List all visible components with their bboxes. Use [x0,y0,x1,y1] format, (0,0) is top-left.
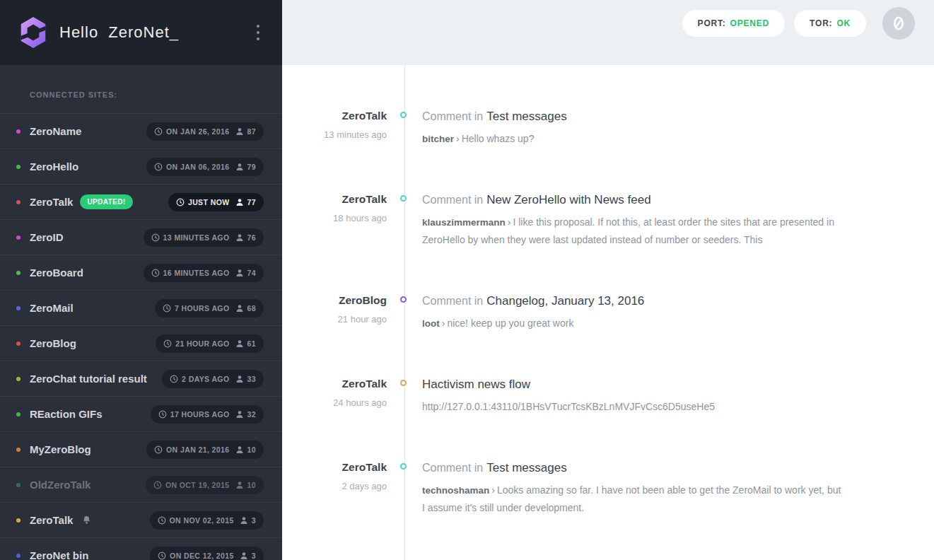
app-title: Hello ZeroNet_ [59,23,179,42]
connected-sites-heading: CONNECTED SITES: [30,91,265,99]
user-avatar-button[interactable] [882,7,915,40]
site-info-badge: ON OCT 19, 2015 10 [146,476,264,494]
site-link[interactable]: ZeroNet bin [30,549,88,560]
comment-text: nice! keep up you great work [447,317,573,329]
site-link[interactable]: ZeroTalk [30,196,73,208]
feed-item-time: 21 hour ago [282,314,387,325]
feed-topic-link[interactable]: Changelog, January 13, 2016 [486,294,644,308]
peers-icon [240,516,248,525]
site-link[interactable]: ZeroID [30,231,64,243]
port-status-pill[interactable]: PORT: OPENED [682,10,785,37]
clock-icon [170,375,178,383]
site-updated-time: 13 MINUTES AGO [163,233,230,242]
updated-badge: UPDATED! [80,194,132,209]
sidebar-site-row[interactable]: ZeroName ON JAN 26, 2016 87 [0,113,282,148]
peers-icon [235,127,244,136]
site-link[interactable]: ZeroTalk [30,514,73,526]
site-status-dot [16,448,21,452]
sidebar-site-row[interactable]: ZeroBlog 21 HOUR AGO 61 [0,325,282,361]
site-updated-time: 21 HOUR AGO [175,339,229,348]
sidebar-site-row[interactable]: ZeroTalk UPDATED! JUST NOW 77 [0,184,282,219]
site-status-dot [16,235,21,240]
peers-icon [235,410,244,419]
feed-topic-link[interactable]: New ZeroHello with News feed [486,193,650,206]
feed-site-link[interactable]: ZeroTalk [282,461,387,474]
feed-marker-icon [400,296,407,303]
sidebar-site-row[interactable]: ZeroTalk ON NOV 02, 2015 3 [0,502,282,537]
clock-icon [154,127,163,136]
feed-topic-link[interactable]: Hactivism news flow [422,378,530,391]
feed-site-link[interactable]: ZeroTalk [282,378,387,390]
site-status-dot [16,342,21,346]
clock-icon [176,198,185,206]
site-status-dot [16,200,21,204]
site-updated-time: 7 HOURS AGO [175,304,230,313]
feed-topic-link[interactable]: Test messages [486,461,566,474]
site-peer-count: 77 [247,198,256,206]
comment-text: Hello whazs up? [462,133,535,144]
feed-item-time: 13 minutes ago [282,129,387,140]
site-status-dot [16,377,21,381]
sidebar-header: Hello ZeroNet_ [0,0,282,65]
feed-action-prefix: Comment in [422,462,483,474]
site-link[interactable]: ZeroBlog [30,337,76,349]
feed-site-link[interactable]: ZeroBlog [282,294,387,307]
feed-item-body: technoshaman›Looks amazing so far. I hav… [422,482,846,517]
site-updated-time: 17 HOURS AGO [170,410,230,419]
tor-status-pill[interactable]: TOR: OK [794,10,866,37]
feed-item: ZeroTalk 24 hours ago Hactivism news flo… [282,378,934,416]
comment-author: klauszimmermann [422,217,506,228]
site-link[interactable]: ZeroHello [30,161,78,173]
feed-topic-link[interactable]: Test messages [486,110,566,123]
comment-author: bitcher [422,134,454,144]
site-link[interactable]: ZeroBoard [30,267,83,279]
site-peer-count: 32 [247,410,256,419]
site-peer-count: 61 [247,339,256,348]
feed-marker-icon [400,112,407,118]
feed-item: ZeroBlog 21 hour ago Comment inChangelog… [282,294,934,332]
site-link[interactable]: ZeroMail [30,302,74,314]
sidebar-site-row[interactable]: MyZeroBlog ON JAN 21, 2016 10 [0,431,282,467]
sidebar-site-row[interactable]: ZeroID 13 MINUTES AGO 76 [0,219,282,255]
sidebar: Hello ZeroNet_ CONNECTED SITES: ZeroName… [0,0,282,560]
sidebar-site-row[interactable]: ZeroChat tutorial result 2 DAYS AGO 33 [0,361,282,396]
site-updated-time: ON JAN 26, 2016 [166,127,229,136]
kebab-menu-icon[interactable] [252,21,264,45]
peers-icon [235,375,244,383]
site-status-dot [16,412,21,416]
sidebar-site-row[interactable]: ZeroBoard 16 MINUTES AGO 74 [0,255,282,290]
site-info-badge: 13 MINUTES AGO 76 [144,228,264,247]
site-link[interactable]: ZeroName [30,125,81,137]
site-info-badge: ON JAN 26, 2016 87 [146,122,264,141]
comment-author: technoshaman [422,485,489,496]
feed-marker-icon [400,463,407,469]
site-link[interactable]: OldZeroTalk [30,479,91,491]
site-info-badge: ON JAN 21, 2016 10 [146,441,264,459]
site-updated-time: ON DEC 12, 2015 [170,552,234,560]
site-status-dot [16,554,21,558]
site-link[interactable]: ZeroChat tutorial result [30,373,147,385]
site-peer-count: 10 [247,445,256,454]
sidebar-site-row[interactable]: ZeroHello ON JAN 06, 2016 79 [0,148,282,184]
site-peer-count: 33 [247,375,256,383]
site-link[interactable]: MyZeroBlog [30,443,91,455]
sidebar-site-row[interactable]: OldZeroTalk ON OCT 19, 2015 10 [0,467,282,502]
feed-item: ZeroTalk 2 days ago Comment inTest messa… [282,461,934,517]
site-info-badge: 2 DAYS AGO 33 [162,370,264,388]
site-link[interactable]: REaction GIFs [30,408,103,420]
site-info-badge: 21 HOUR AGO 61 [156,334,264,353]
clock-icon [151,233,160,242]
site-updated-time: ON JAN 21, 2016 [166,445,229,454]
site-status-dot [16,129,21,134]
feed-site-link[interactable]: ZeroTalk [282,110,387,122]
feed-item: ZeroTalk 18 hours ago Comment inNew Zero… [282,193,934,249]
site-peer-count: 74 [247,269,256,277]
site-status-dot [16,271,21,275]
site-peer-count: 79 [247,163,256,171]
sidebar-site-row[interactable]: ZeroMail 7 HOURS AGO 68 [0,290,282,325]
sidebar-site-row[interactable]: ZeroNet bin ON DEC 12, 2015 3 [0,537,282,560]
sidebar-site-row[interactable]: REaction GIFs 17 HOURS AGO 32 [0,396,282,431]
site-updated-time: JUST NOW [188,198,230,206]
feed-site-link[interactable]: ZeroTalk [282,193,387,206]
site-status-dot [16,306,21,310]
